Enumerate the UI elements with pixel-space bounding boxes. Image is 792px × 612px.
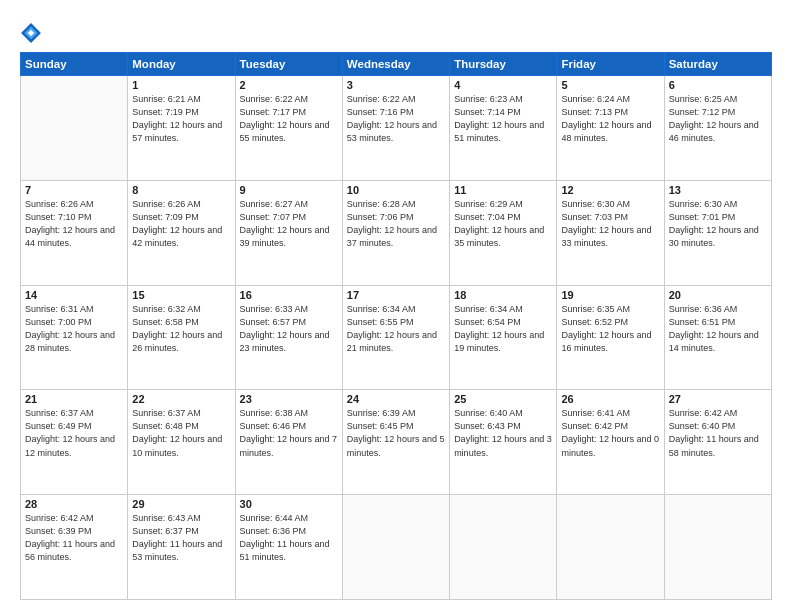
calendar-cell: 5Sunrise: 6:24 AM Sunset: 7:13 PM Daylig…: [557, 76, 664, 181]
week-row-4: 28Sunrise: 6:42 AM Sunset: 6:39 PM Dayli…: [21, 495, 772, 600]
calendar-cell: [342, 495, 449, 600]
day-info: Sunrise: 6:41 AM Sunset: 6:42 PM Dayligh…: [561, 407, 659, 459]
day-info: Sunrise: 6:38 AM Sunset: 6:46 PM Dayligh…: [240, 407, 338, 459]
day-info: Sunrise: 6:39 AM Sunset: 6:45 PM Dayligh…: [347, 407, 445, 459]
day-number: 16: [240, 289, 338, 301]
day-number: 14: [25, 289, 123, 301]
calendar-cell: 16Sunrise: 6:33 AM Sunset: 6:57 PM Dayli…: [235, 285, 342, 390]
day-number: 29: [132, 498, 230, 510]
day-number: 15: [132, 289, 230, 301]
day-info: Sunrise: 6:30 AM Sunset: 7:03 PM Dayligh…: [561, 198, 659, 250]
calendar-cell: [664, 495, 771, 600]
calendar-cell: 30Sunrise: 6:44 AM Sunset: 6:36 PM Dayli…: [235, 495, 342, 600]
weekday-header-thursday: Thursday: [450, 53, 557, 76]
weekday-header-friday: Friday: [557, 53, 664, 76]
day-info: Sunrise: 6:34 AM Sunset: 6:54 PM Dayligh…: [454, 303, 552, 355]
day-number: 25: [454, 393, 552, 405]
calendar-cell: 8Sunrise: 6:26 AM Sunset: 7:09 PM Daylig…: [128, 180, 235, 285]
day-info: Sunrise: 6:27 AM Sunset: 7:07 PM Dayligh…: [240, 198, 338, 250]
day-number: 26: [561, 393, 659, 405]
day-number: 1: [132, 79, 230, 91]
day-number: 9: [240, 184, 338, 196]
day-info: Sunrise: 6:32 AM Sunset: 6:58 PM Dayligh…: [132, 303, 230, 355]
calendar-cell: [21, 76, 128, 181]
day-info: Sunrise: 6:31 AM Sunset: 7:00 PM Dayligh…: [25, 303, 123, 355]
weekday-header-sunday: Sunday: [21, 53, 128, 76]
day-info: Sunrise: 6:36 AM Sunset: 6:51 PM Dayligh…: [669, 303, 767, 355]
calendar-cell: 15Sunrise: 6:32 AM Sunset: 6:58 PM Dayli…: [128, 285, 235, 390]
week-row-1: 7Sunrise: 6:26 AM Sunset: 7:10 PM Daylig…: [21, 180, 772, 285]
logo-icon: [20, 22, 42, 44]
day-number: 11: [454, 184, 552, 196]
day-number: 18: [454, 289, 552, 301]
day-number: 17: [347, 289, 445, 301]
day-info: Sunrise: 6:37 AM Sunset: 6:49 PM Dayligh…: [25, 407, 123, 459]
calendar-cell: 21Sunrise: 6:37 AM Sunset: 6:49 PM Dayli…: [21, 390, 128, 495]
calendar-cell: 3Sunrise: 6:22 AM Sunset: 7:16 PM Daylig…: [342, 76, 449, 181]
day-number: 3: [347, 79, 445, 91]
day-info: Sunrise: 6:44 AM Sunset: 6:36 PM Dayligh…: [240, 512, 338, 564]
weekday-header-row: SundayMondayTuesdayWednesdayThursdayFrid…: [21, 53, 772, 76]
calendar-cell: [450, 495, 557, 600]
calendar-cell: 4Sunrise: 6:23 AM Sunset: 7:14 PM Daylig…: [450, 76, 557, 181]
calendar-cell: 7Sunrise: 6:26 AM Sunset: 7:10 PM Daylig…: [21, 180, 128, 285]
day-info: Sunrise: 6:24 AM Sunset: 7:13 PM Dayligh…: [561, 93, 659, 145]
day-number: 24: [347, 393, 445, 405]
calendar-cell: 25Sunrise: 6:40 AM Sunset: 6:43 PM Dayli…: [450, 390, 557, 495]
day-number: 27: [669, 393, 767, 405]
day-info: Sunrise: 6:26 AM Sunset: 7:09 PM Dayligh…: [132, 198, 230, 250]
weekday-header-tuesday: Tuesday: [235, 53, 342, 76]
day-number: 4: [454, 79, 552, 91]
day-info: Sunrise: 6:42 AM Sunset: 6:39 PM Dayligh…: [25, 512, 123, 564]
calendar-cell: 11Sunrise: 6:29 AM Sunset: 7:04 PM Dayli…: [450, 180, 557, 285]
day-number: 20: [669, 289, 767, 301]
day-number: 8: [132, 184, 230, 196]
day-info: Sunrise: 6:28 AM Sunset: 7:06 PM Dayligh…: [347, 198, 445, 250]
day-info: Sunrise: 6:26 AM Sunset: 7:10 PM Dayligh…: [25, 198, 123, 250]
day-number: 23: [240, 393, 338, 405]
day-info: Sunrise: 6:43 AM Sunset: 6:37 PM Dayligh…: [132, 512, 230, 564]
day-info: Sunrise: 6:22 AM Sunset: 7:17 PM Dayligh…: [240, 93, 338, 145]
week-row-3: 21Sunrise: 6:37 AM Sunset: 6:49 PM Dayli…: [21, 390, 772, 495]
day-number: 13: [669, 184, 767, 196]
header: [20, 18, 772, 44]
logo: [20, 22, 44, 44]
day-number: 19: [561, 289, 659, 301]
day-number: 21: [25, 393, 123, 405]
weekday-header-wednesday: Wednesday: [342, 53, 449, 76]
calendar-cell: 28Sunrise: 6:42 AM Sunset: 6:39 PM Dayli…: [21, 495, 128, 600]
day-number: 6: [669, 79, 767, 91]
calendar-cell: 22Sunrise: 6:37 AM Sunset: 6:48 PM Dayli…: [128, 390, 235, 495]
day-info: Sunrise: 6:22 AM Sunset: 7:16 PM Dayligh…: [347, 93, 445, 145]
day-info: Sunrise: 6:23 AM Sunset: 7:14 PM Dayligh…: [454, 93, 552, 145]
week-row-0: 1Sunrise: 6:21 AM Sunset: 7:19 PM Daylig…: [21, 76, 772, 181]
day-number: 10: [347, 184, 445, 196]
day-number: 7: [25, 184, 123, 196]
calendar-cell: 20Sunrise: 6:36 AM Sunset: 6:51 PM Dayli…: [664, 285, 771, 390]
day-info: Sunrise: 6:25 AM Sunset: 7:12 PM Dayligh…: [669, 93, 767, 145]
page: SundayMondayTuesdayWednesdayThursdayFrid…: [0, 0, 792, 612]
day-info: Sunrise: 6:40 AM Sunset: 6:43 PM Dayligh…: [454, 407, 552, 459]
day-info: Sunrise: 6:37 AM Sunset: 6:48 PM Dayligh…: [132, 407, 230, 459]
calendar-cell: 13Sunrise: 6:30 AM Sunset: 7:01 PM Dayli…: [664, 180, 771, 285]
day-number: 22: [132, 393, 230, 405]
calendar-cell: 10Sunrise: 6:28 AM Sunset: 7:06 PM Dayli…: [342, 180, 449, 285]
calendar-cell: 12Sunrise: 6:30 AM Sunset: 7:03 PM Dayli…: [557, 180, 664, 285]
calendar-cell: 19Sunrise: 6:35 AM Sunset: 6:52 PM Dayli…: [557, 285, 664, 390]
day-number: 12: [561, 184, 659, 196]
weekday-header-monday: Monday: [128, 53, 235, 76]
day-info: Sunrise: 6:30 AM Sunset: 7:01 PM Dayligh…: [669, 198, 767, 250]
calendar-cell: 26Sunrise: 6:41 AM Sunset: 6:42 PM Dayli…: [557, 390, 664, 495]
day-info: Sunrise: 6:29 AM Sunset: 7:04 PM Dayligh…: [454, 198, 552, 250]
day-info: Sunrise: 6:21 AM Sunset: 7:19 PM Dayligh…: [132, 93, 230, 145]
calendar-table: SundayMondayTuesdayWednesdayThursdayFrid…: [20, 52, 772, 600]
calendar-cell: 27Sunrise: 6:42 AM Sunset: 6:40 PM Dayli…: [664, 390, 771, 495]
day-info: Sunrise: 6:42 AM Sunset: 6:40 PM Dayligh…: [669, 407, 767, 459]
calendar-cell: 29Sunrise: 6:43 AM Sunset: 6:37 PM Dayli…: [128, 495, 235, 600]
day-info: Sunrise: 6:35 AM Sunset: 6:52 PM Dayligh…: [561, 303, 659, 355]
calendar-cell: 6Sunrise: 6:25 AM Sunset: 7:12 PM Daylig…: [664, 76, 771, 181]
calendar-cell: 24Sunrise: 6:39 AM Sunset: 6:45 PM Dayli…: [342, 390, 449, 495]
day-info: Sunrise: 6:33 AM Sunset: 6:57 PM Dayligh…: [240, 303, 338, 355]
calendar-cell: 14Sunrise: 6:31 AM Sunset: 7:00 PM Dayli…: [21, 285, 128, 390]
calendar-cell: 17Sunrise: 6:34 AM Sunset: 6:55 PM Dayli…: [342, 285, 449, 390]
